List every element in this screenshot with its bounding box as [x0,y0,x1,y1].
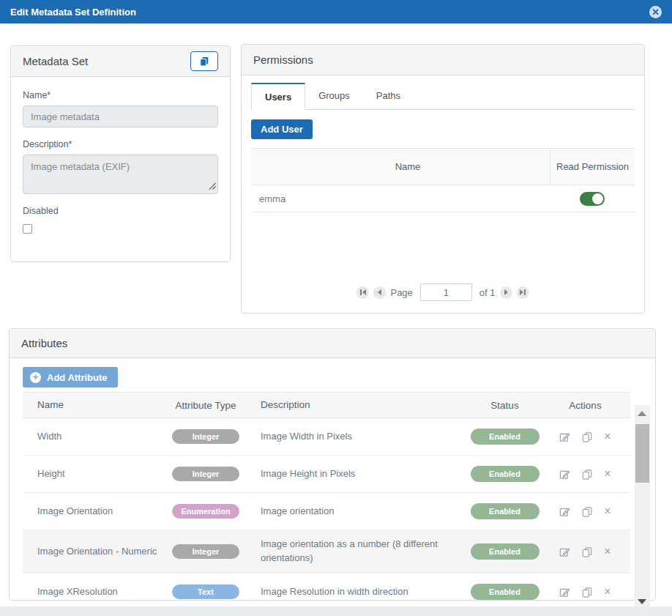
attributes-column-header: Attribute Type [169,400,242,411]
attribute-name: Height [23,467,169,481]
status-badge: Enabled [471,584,540,600]
toggle-knob [592,193,603,204]
attribute-status-cell: Enabled [469,428,540,445]
previous-page-button[interactable] [373,286,386,299]
attributes-column-header: Name [23,398,169,412]
edit-attribute-icon[interactable] [559,468,570,480]
delete-attribute-icon[interactable]: × [604,468,611,480]
attribute-row: Image XResolutionTextImage Resolution in… [23,574,630,600]
attribute-actions-cell: × [540,431,630,442]
scroll-up-icon[interactable] [638,411,646,416]
attribute-type-cell: Enumeration [169,504,242,519]
attribute-actions-cell: × [540,586,630,598]
attribute-type-cell: Integer [169,544,242,559]
tab-paths[interactable]: Paths [363,83,414,110]
edit-attribute-icon[interactable] [559,546,570,557]
permission-row: emma [251,185,635,212]
delete-attribute-icon[interactable]: × [604,586,611,598]
attributes-panel-header: Attributes [10,329,655,358]
attribute-row: Image OrientationEnumerationImage orient… [23,493,630,530]
last-page-button[interactable] [517,286,529,299]
description-textarea[interactable]: Image metadata (EXIF) [23,155,218,194]
next-page-button[interactable] [500,286,512,299]
delete-attribute-icon[interactable]: × [604,546,611,557]
edit-attribute-icon[interactable] [559,431,570,442]
permissions-tabs: UsersGroupsPaths [251,83,635,110]
plus-icon: + [30,372,41,383]
add-user-button[interactable]: Add User [251,119,313,139]
pagination: Page of 1 [242,283,644,301]
attributes-panel: Attributes + Add Attribute NameAttribute… [9,328,656,601]
attribute-type-badge: Enumeration [172,504,239,519]
copy-metadata-set-button[interactable] [190,51,218,71]
attribute-type-badge: Integer [172,467,239,481]
disabled-checkbox[interactable] [23,224,32,234]
page-backdrop [0,606,672,616]
page-of-label: of 1 [479,287,496,298]
resize-grip-icon[interactable] [209,181,216,192]
status-badge: Enabled [471,428,540,445]
attribute-description: Image orientation [242,505,469,519]
status-badge: Enabled [471,466,540,482]
attribute-actions-cell: × [540,468,630,480]
attribute-type-cell: Integer [169,429,242,444]
attribute-actions-cell: × [540,505,630,517]
delete-attribute-icon[interactable]: × [604,431,611,442]
attributes-column-header: Status [469,400,540,411]
add-attribute-button[interactable]: + Add Attribute [23,367,118,387]
permissions-title: Permissions [253,53,313,66]
description-label: Description* [23,139,218,149]
page-number-input[interactable] [420,283,472,301]
read-permission-cell [550,192,635,206]
status-badge: Enabled [471,503,540,519]
copy-attribute-icon[interactable] [582,431,592,442]
metadata-set-title: Metadata Set [23,55,88,67]
copy-attribute-icon[interactable] [582,586,592,598]
attribute-status-cell: Enabled [469,543,540,560]
read-permission-toggle[interactable] [580,192,605,206]
permissions-panel: Permissions UsersGroupsPaths Add User Na… [241,44,645,313]
attributes-title: Attributes [21,337,67,349]
page-label: Page [390,287,412,298]
attribute-description: Image Resolution in width direction [242,585,469,599]
column-header-read-permission: Read Permission [550,149,635,185]
delete-attribute-icon[interactable]: × [604,505,611,517]
attribute-row: HeightIntegerImage Height in PixelsEnabl… [23,456,630,493]
attributes-column-header: Description [242,398,469,412]
attributes-scrollbar[interactable] [635,405,650,612]
attribute-row: Image Orientation - NumericIntegerImage … [23,530,630,574]
attribute-row: WidthIntegerImage Width in PixelsEnabled… [23,418,630,456]
name-input[interactable] [23,105,218,127]
status-badge: Enabled [471,543,540,560]
close-icon[interactable]: ✕ [649,6,662,18]
metadata-set-panel: Metadata Set Name* Description* Image me… [10,45,231,262]
attribute-type-cell: Integer [169,467,242,481]
first-page-button[interactable] [356,286,369,299]
scrollbar-thumb[interactable] [635,424,649,483]
attribute-name: Image Orientation - Numeric [23,545,169,559]
copy-attribute-icon[interactable] [582,505,592,517]
dialog-title: Edit Metadata Set Definition [10,7,136,18]
attribute-name: Width [23,430,169,444]
tab-users[interactable]: Users [251,83,305,110]
name-label: Name* [23,90,218,100]
permissions-panel-header: Permissions [242,45,644,75]
attribute-name: Image XResolution [23,585,169,599]
copy-attribute-icon[interactable] [582,546,592,557]
copy-attribute-icon[interactable] [582,468,592,480]
attribute-actions-cell: × [540,546,630,557]
attribute-type-cell: Text [169,585,242,599]
description-value: Image metadata (EXIF) [31,161,130,172]
tab-groups[interactable]: Groups [305,83,363,110]
edit-attribute-icon[interactable] [559,586,570,598]
attribute-name: Image Orientation [23,505,169,519]
attributes-table-header: NameAttribute TypeDescriptionStatusActio… [23,392,630,418]
edit-attribute-icon[interactable] [559,505,570,517]
attribute-type-badge: Text [172,585,239,599]
attribute-type-badge: Integer [172,429,239,444]
attributes-table: NameAttribute TypeDescriptionStatusActio… [23,392,630,600]
attribute-status-cell: Enabled [469,584,540,600]
permissions-table: Name Read Permission emma [251,148,635,212]
attribute-description: Image Height in Pixels [242,467,469,481]
scroll-down-icon[interactable] [638,599,646,604]
